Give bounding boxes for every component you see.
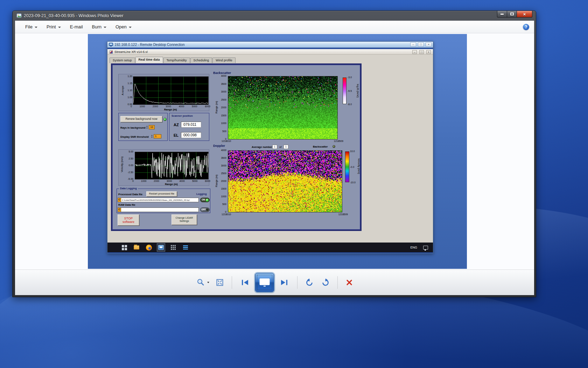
processed-path-field[interactable]: C C:\Lidar\Data\Proc\2023\202309\2023092… [118, 198, 199, 202]
app-grid-icon [171, 245, 176, 250]
y-tick: 3000 [221, 90, 226, 93]
start-button[interactable] [120, 243, 128, 252]
x-tick: 1218010 [222, 213, 231, 216]
dropdown-arrow-icon [129, 27, 132, 28]
help-button[interactable]: ? [523, 24, 529, 30]
raw-path-field[interactable]: C [118, 207, 199, 212]
tab-real-time-data[interactable]: Real time data [135, 57, 163, 63]
off-led [206, 209, 209, 211]
backscatter-colorbar-ticks: -3.0 -5.5 -8.0 [348, 76, 356, 105]
stop-line1: STOP [124, 217, 133, 220]
backscatter-colorbar-label: log B (m/sr) [356, 84, 359, 98]
drive-icon: C [118, 198, 121, 202]
display-tray-icon[interactable] [423, 246, 428, 250]
minimize-button[interactable] [497, 11, 507, 18]
on-led [206, 199, 209, 202]
menu-open[interactable]: Open [111, 21, 136, 33]
snr-spinner[interactable] [151, 134, 153, 138]
tab-system-setup[interactable]: System setup [110, 57, 135, 63]
rotate-counterclockwise-button[interactable] [304, 277, 316, 288]
y-tick: 2500 [221, 172, 226, 175]
menu-file[interactable]: File [21, 21, 42, 33]
list-app-button[interactable] [181, 243, 190, 252]
app-titlebar[interactable]: StreamLine XR v14-6.vi – □ × [107, 49, 433, 55]
close-icon: × [523, 12, 526, 16]
y-tick: 3500 [221, 157, 226, 159]
delete-button[interactable] [344, 277, 355, 288]
tab-temp-humidity[interactable]: Temp/humidity [163, 57, 190, 63]
rdp-window: 192.168.0.122 - Remote Desktop Connectio… [107, 41, 433, 254]
file-explorer-button[interactable] [132, 243, 141, 252]
next-icon [279, 279, 289, 286]
rotate-clockwise-button[interactable] [319, 277, 331, 288]
delete-icon [345, 279, 353, 286]
close-button[interactable]: × [517, 11, 532, 18]
play-slideshow-button[interactable] [255, 273, 274, 292]
velocity-x-axis-label: Range (m) [135, 183, 208, 186]
menu-label: Open [115, 24, 127, 29]
previous-button[interactable] [238, 277, 252, 288]
menu-print[interactable]: Print [42, 21, 65, 33]
x-tick: 0 [131, 105, 132, 108]
off-label: OFF [201, 209, 206, 211]
remote-desktop: StreamLine XR v14-6.vi – □ × System setu… [107, 48, 433, 253]
menu-burn[interactable]: Burn [88, 21, 111, 33]
actual-size-button[interactable] [214, 277, 225, 288]
y-tick: 1500 [221, 188, 226, 190]
maximize-button[interactable] [507, 11, 517, 18]
doppler-x-ticks: 1218010 1218509 [222, 213, 348, 216]
next-button[interactable] [278, 277, 291, 288]
change-lidar-settings-button[interactable]: Change LiDAR Settings [172, 214, 197, 225]
tab-wind-profile[interactable]: Wind profile [212, 57, 236, 63]
app-close-button[interactable]: × [426, 50, 431, 54]
rays-value-field[interactable]: 10 [149, 125, 155, 129]
y-tick: 4000 [221, 75, 226, 77]
rays-spinner[interactable] [146, 125, 148, 129]
raw-logging-toggle[interactable]: OFF [200, 207, 210, 212]
az-label: AZ [174, 123, 179, 127]
menu-label: E-mail [70, 24, 83, 29]
doppler-title: Doppler [213, 144, 225, 148]
maximize-icon [510, 13, 514, 15]
x-tick: 4000 [179, 105, 184, 108]
ascope-chart: A-scope 1.20 1.15 1.10 1.05 0.99 [118, 74, 209, 111]
average-number-field[interactable]: 1 [272, 145, 277, 149]
rdp-titlebar[interactable]: 192.168.0.122 - Remote Desktop Connectio… [107, 42, 433, 48]
language-indicator[interactable]: ENG [408, 244, 419, 251]
photo-viewer-titlebar[interactable]: 2023-09-21_03-40-00.935 - Windows Photo … [13, 11, 536, 21]
average-total-field[interactable]: 1 [284, 145, 288, 149]
tab-scheduling[interactable]: Scheduling [190, 57, 212, 63]
x-tick: 2000 [154, 180, 159, 182]
y-tick: 1.15 [127, 82, 132, 84]
window-controls: × [497, 11, 532, 18]
rays-label: Rays in background [120, 126, 146, 129]
window-title: 2023-09-21_03-40-00.935 - Windows Photo … [24, 13, 124, 18]
app-minimize-button[interactable]: – [412, 50, 417, 54]
stop-software-button[interactable]: STOP software [118, 214, 139, 226]
rdp-maximize-button[interactable]: □ [418, 42, 424, 47]
y-tick: 0.00 [128, 164, 133, 166]
renew-background-button[interactable]: Renew background now [120, 116, 162, 122]
doppler-heatmap [228, 150, 342, 212]
backscatter-mode-led[interactable] [332, 145, 335, 148]
doppler-y-ticks: 4000 3500 3000 2500 2000 1500 1000 500 0 [217, 149, 226, 213]
x-tick: 5000 [192, 180, 198, 182]
zoom-button[interactable] [195, 277, 211, 288]
menu-email[interactable]: E-mail [65, 21, 88, 33]
rdp-close-button[interactable]: × [426, 42, 432, 47]
snr-value-field[interactable]: 1 [154, 134, 161, 138]
minimize-icon [500, 14, 504, 15]
active-app-button[interactable] [157, 243, 165, 252]
photo-viewer-window: 2023-09-21_03-40-00.935 - Windows Photo … [12, 11, 536, 297]
rdp-minimize-button[interactable]: – [410, 42, 416, 47]
rdp-title: 192.168.0.122 - Remote Desktop Connectio… [114, 43, 408, 47]
ascope-x-axis-label: Range (m) [133, 108, 208, 111]
app-maximize-button[interactable]: □ [419, 50, 424, 54]
firefox-button[interactable] [145, 243, 153, 252]
x-tick: 1218509 [334, 140, 343, 142]
app-grid-button[interactable] [169, 243, 177, 252]
data-logging-group: Data Logging Processed Data file Restart… [117, 189, 210, 213]
processed-logging-toggle[interactable]: ON [200, 198, 210, 202]
restart-processed-file-button[interactable]: Restart processed file [146, 191, 177, 197]
velocity-plot [135, 152, 209, 179]
